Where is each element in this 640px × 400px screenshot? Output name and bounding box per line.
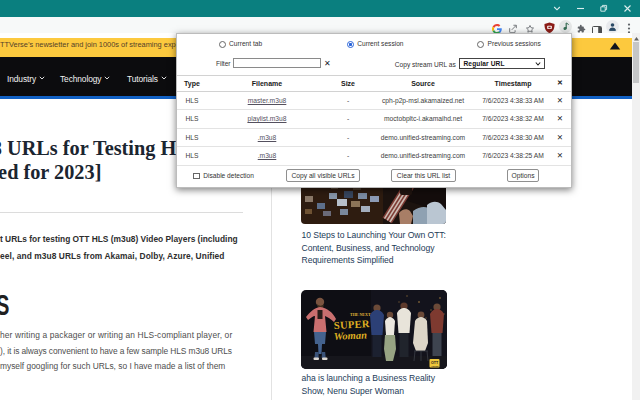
svg-text:VERSE: VERSE	[431, 365, 439, 367]
svg-text:THE NEXT: THE NEXT	[350, 312, 371, 317]
svg-text:Woman: Woman	[334, 329, 368, 342]
